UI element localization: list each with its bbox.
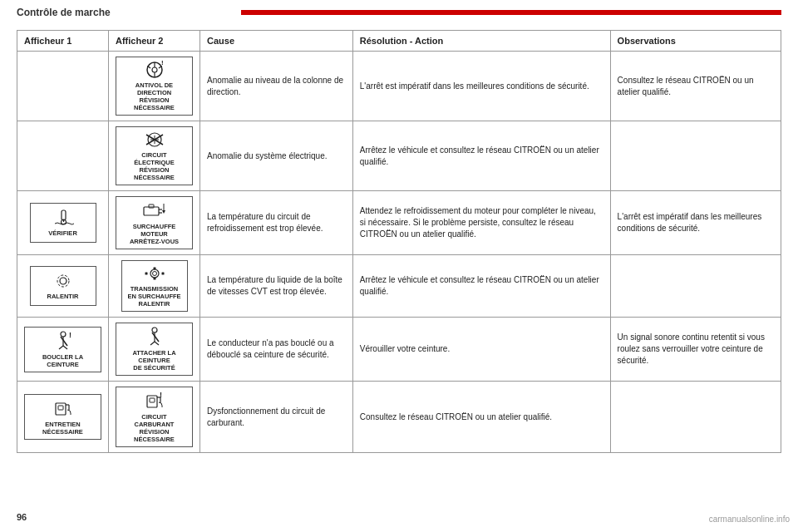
- seatbelt2-icon-label: ATTACHER LA CEINTUREDE SÉCURITÉ: [121, 349, 187, 372]
- fuel-icon-box: ENTRETIEN NÉCESSAIRE: [24, 394, 101, 440]
- svg-rect-12: [62, 210, 66, 220]
- svg-rect-43: [147, 396, 157, 407]
- transmission-icon-label: TRANSMISSIONEN SURCHAUFFERALENTIR: [127, 285, 180, 308]
- display1-cell-4: RALENTIR: [17, 255, 109, 318]
- svg-point-23: [152, 272, 156, 276]
- svg-rect-44: [150, 398, 155, 402]
- verifier-icon-label: VÉRIFIER: [48, 229, 77, 237]
- cause-cell-4: La température du liquide de la boîte de…: [200, 255, 353, 318]
- fuel-icon: [51, 398, 76, 418]
- svg-text:!: !: [161, 61, 164, 66]
- main-content: Afficheur 1 Afficheur 2 Cause Résolution…: [0, 22, 798, 470]
- seatbelt-icon-label: BOUCLER LA CEINTURE: [30, 353, 96, 368]
- svg-rect-24: [153, 268, 155, 270]
- seatbelt-buckle-icon: !: [51, 331, 76, 351]
- transmission-icon-box: TRANSMISSIONEN SURCHAUFFERALENTIR: [121, 260, 188, 312]
- svg-line-37: [155, 342, 159, 345]
- fuel2-icon-label: CIRCUIT CARBURANTRÉVISION NÉCESSAIRE: [121, 413, 187, 443]
- display1-cell-3: VÉRIFIER: [17, 191, 109, 255]
- fuel2-icon: !: [142, 391, 167, 411]
- resolution-cell-5: Vérouiller votre ceinture.: [352, 318, 610, 382]
- table-row: ! BOUCLER LA CEINTURE: [17, 318, 781, 382]
- overheat-icon: [140, 200, 169, 220]
- svg-point-1: [152, 67, 157, 72]
- col-header-display2: Afficheur 2: [109, 31, 200, 52]
- overheat-icon-box: SURCHAUFFE MOTEURARRÊTEZ-VOUS: [116, 196, 193, 249]
- col-header-display1: Afficheur 1: [17, 31, 109, 52]
- display2-cell-2: CIRCUIT ÉLECTRIQUERÉVISION NÉCESSAIRE: [109, 121, 200, 191]
- display2-cell-3: SURCHAUFFE MOTEURARRÊTEZ-VOUS: [109, 191, 200, 255]
- ralentir-icon: [51, 272, 76, 290]
- resolution-cell-4: Arrêtez le véhicule et consultez le rése…: [352, 255, 610, 318]
- svg-point-34: [152, 328, 157, 332]
- cause-cell-3: La température du circuit de refroidisse…: [200, 191, 353, 255]
- table-row: RALENTIR TRANSMIS: [17, 255, 781, 318]
- main-table: Afficheur 1 Afficheur 2 Cause Résolution…: [17, 30, 781, 453]
- resolution-cell-1: L'arrêt est impératif dans les meilleure…: [352, 52, 610, 121]
- electric-circuit-icon: [142, 131, 167, 149]
- observations-cell-5: Un signal sonore continu retentit si vou…: [610, 318, 781, 382]
- table-row: ! ANTIVOL DE DIRECTIONRÉVISION NÉCESSAIR…: [17, 52, 781, 121]
- display2-cell-6: ! CIRCUIT CARBURANTRÉVISION NÉCESSAIRE: [109, 382, 200, 453]
- svg-rect-40: [58, 406, 63, 410]
- table-row: ENTRETIEN NÉCESSAIRE ! CIRCUIT CA: [17, 382, 781, 453]
- svg-rect-27: [161, 273, 164, 275]
- svg-line-31: [63, 346, 67, 349]
- direction-icon-label: ANTIVOL DE DIRECTIONRÉVISION NÉCESSAIRE: [121, 81, 187, 111]
- svg-point-28: [61, 332, 66, 337]
- col-header-observations: Observations: [610, 31, 781, 52]
- display1-cell: [17, 52, 109, 121]
- display2-cell-5: ATTACHER LA CEINTUREDE SÉCURITÉ: [109, 318, 200, 382]
- svg-point-22: [150, 269, 159, 278]
- resolution-cell-6: Consultez le réseau CITROËN ou un atelie…: [352, 382, 610, 453]
- fuel2-icon-box: ! CIRCUIT CARBURANTRÉVISION NÉCESSAIRE: [116, 387, 193, 447]
- fuel-icon-label: ENTRETIEN NÉCESSAIRE: [30, 421, 96, 436]
- observations-cell-1: Consultez le réseau CITROËN ou un atelie…: [610, 52, 781, 121]
- cause-cell-5: Le conducteur n'a pas bouclé ou a débouc…: [200, 318, 353, 382]
- svg-rect-39: [56, 403, 66, 415]
- svg-point-20: [60, 278, 66, 284]
- verifier-icon-box: VÉRIFIER: [30, 203, 96, 243]
- cause-cell-6: Dysfonctionnement du circuit de carburan…: [200, 382, 353, 453]
- svg-line-36: [150, 342, 155, 345]
- seatbelt-icon-box: ! BOUCLER LA CEINTURE: [24, 327, 101, 372]
- direction-icon: !: [142, 61, 167, 79]
- table-header-row: Afficheur 1 Afficheur 2 Cause Résolution…: [17, 31, 781, 52]
- table-row: CIRCUIT ÉLECTRIQUERÉVISION NÉCESSAIRE An…: [17, 121, 781, 191]
- direction-warning-icon-box: ! ANTIVOL DE DIRECTIONRÉVISION NÉCESSAIR…: [116, 57, 193, 116]
- cause-cell-1: Anomalie au niveau de la colonne de dire…: [200, 52, 353, 121]
- red-bar: [241, 10, 781, 15]
- col-header-resolution: Résolution - Action: [352, 31, 610, 52]
- observations-cell-4: [610, 255, 781, 318]
- page-title: Contrôle de marche: [17, 7, 241, 18]
- observations-cell-6: [610, 382, 781, 453]
- svg-point-21: [57, 275, 69, 287]
- transmission-icon: [142, 264, 167, 283]
- display1-cell-6: ENTRETIEN NÉCESSAIRE: [17, 382, 109, 453]
- page-header: Contrôle de marche: [0, 0, 798, 22]
- svg-line-30: [59, 346, 63, 349]
- electric-icon-box: CIRCUIT ÉLECTRIQUERÉVISION NÉCESSAIRE: [116, 126, 193, 185]
- watermark-text: carmanualsonline.info: [709, 515, 790, 524]
- seatbelt2-icon: [142, 327, 167, 347]
- seatbelt2-icon-box: ATTACHER LA CEINTUREDE SÉCURITÉ: [116, 323, 193, 376]
- observations-cell-3: L'arrêt est impératif dans les meilleure…: [610, 191, 781, 255]
- svg-text:!: !: [69, 331, 71, 339]
- svg-text:!: !: [160, 391, 162, 399]
- ralentir-icon-box: RALENTIR: [30, 266, 96, 306]
- ralentir-icon-label: RALENTIR: [47, 293, 79, 300]
- svg-rect-25: [153, 278, 155, 280]
- display1-cell-5: ! BOUCLER LA CEINTURE: [17, 318, 109, 382]
- svg-rect-26: [145, 273, 147, 275]
- col-header-cause: Cause: [200, 31, 353, 52]
- observations-cell-2: [610, 121, 781, 191]
- verifier-icon: [51, 209, 76, 227]
- resolution-cell-2: Arrêtez le véhicule et consultez le rése…: [352, 121, 610, 191]
- cause-cell-2: Anomalie du système électrique.: [200, 121, 353, 191]
- page-number: 96: [17, 512, 27, 522]
- resolution-cell-3: Attendez le refroidissement du moteur po…: [352, 191, 610, 255]
- display1-cell-2: [17, 121, 109, 191]
- electric-icon-label: CIRCUIT ÉLECTRIQUERÉVISION NÉCESSAIRE: [121, 151, 187, 181]
- overheat-icon-label: SURCHAUFFE MOTEURARRÊTEZ-VOUS: [121, 223, 187, 245]
- display2-cell: ! ANTIVOL DE DIRECTIONRÉVISION NÉCESSAIR…: [109, 52, 200, 121]
